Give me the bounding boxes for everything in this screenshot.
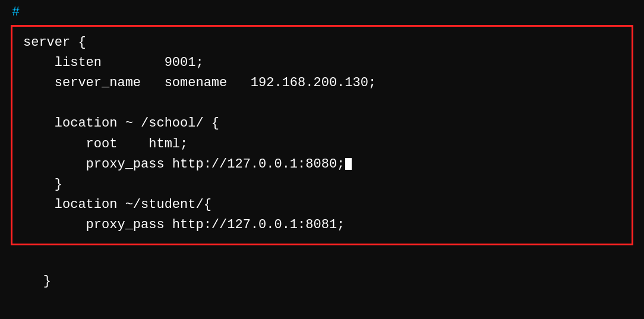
code-line-2: listen 9001; <box>23 53 621 73</box>
code-line-6: root html; <box>23 134 621 154</box>
code-line-9: location ~/student/{ <box>23 195 621 215</box>
closing-brace-line: } <box>0 248 644 318</box>
code-line-1: server { <box>23 33 621 53</box>
code-editor: # server { listen 9001; server_name some… <box>0 0 644 319</box>
code-line-8: } <box>23 175 621 195</box>
highlighted-code-block: server { listen 9001; server_name somena… <box>11 25 633 245</box>
code-line-4 <box>23 93 621 113</box>
closing-brace: } <box>43 274 51 289</box>
code-line-10: proxy_pass http://127.0.0.1:8081; <box>23 215 621 235</box>
code-line-7: proxy_pass http://127.0.0.1:8080; <box>23 154 621 175</box>
hash-comment-line: # <box>0 0 644 24</box>
hash-symbol: # <box>12 5 20 20</box>
code-line-5: location ~ /school/ { <box>23 113 621 134</box>
text-cursor <box>345 158 352 170</box>
code-line-3: server_name somename 192.168.200.130; <box>23 73 621 93</box>
